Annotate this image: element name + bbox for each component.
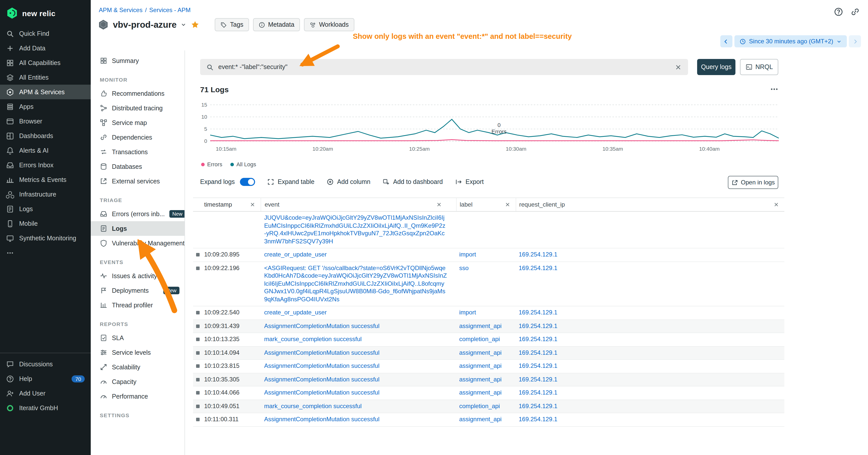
sidebar-item-browser[interactable]: Browser: [0, 114, 91, 129]
sidebar-item-metrics-events[interactable]: Metrics & Events: [0, 172, 91, 187]
row-handle-icon[interactable]: [196, 378, 199, 381]
ip-link[interactable]: 169.254.129.1: [519, 309, 558, 316]
label-link[interactable]: import: [459, 251, 476, 258]
subnav-item-external-services[interactable]: External services: [91, 174, 185, 189]
subnav-item-thread-profiler[interactable]: Thread profiler: [91, 298, 185, 313]
table-row[interactable]: 10:10:23.815AssignmentCompletionMutation…: [193, 360, 784, 373]
sidebar-item-add-data[interactable]: Add Data: [0, 41, 91, 56]
legend-errors[interactable]: Errors: [201, 161, 222, 167]
col-header-event[interactable]: event: [260, 198, 456, 211]
help-circle-icon[interactable]: [834, 7, 843, 17]
sidebar-item-all-capabilities[interactable]: All Capabilities: [0, 56, 91, 70]
sidebar-item-mobile[interactable]: Mobile: [0, 216, 91, 231]
clear-search-icon[interactable]: [675, 63, 682, 71]
time-range-button[interactable]: Since 30 minutes ago (GMT+2): [735, 35, 847, 47]
sidebar-item-quick-find[interactable]: Quick Find: [0, 26, 91, 41]
label-link[interactable]: completion_api: [459, 335, 500, 343]
legend-all-logs[interactable]: All Logs: [230, 161, 256, 167]
event-link[interactable]: mark_course_completion successful: [264, 335, 362, 343]
sidebar-item-errors-inbox[interactable]: Errors Inbox: [0, 158, 91, 172]
event-link[interactable]: AssignmentCompletionMutation successful: [264, 416, 379, 423]
event-link[interactable]: mark_course_completion successful: [264, 402, 362, 410]
ip-link[interactable]: 169.254.129.1: [519, 335, 558, 343]
col-header-label[interactable]: label: [456, 198, 516, 211]
event-link[interactable]: AssignmentCompletionMutation successful: [264, 322, 379, 329]
sidebar-item-dashboards[interactable]: Dashboards: [0, 129, 91, 143]
row-handle-icon[interactable]: [196, 311, 199, 315]
sidebar-item-add-user[interactable]: Add User: [0, 386, 91, 400]
export-button[interactable]: Export: [455, 178, 484, 186]
ip-link[interactable]: 169.254.129.1: [519, 349, 558, 356]
table-row[interactable]: 10:10:49.051mark_course_completion succe…: [193, 400, 784, 413]
breadcrumb-link-services-apm[interactable]: Services - APM: [149, 6, 190, 13]
sidebar-item-synthetic-monitoring[interactable]: Synthetic Monitoring: [0, 231, 91, 246]
row-handle-icon[interactable]: [196, 391, 199, 394]
subnav-item-transactions[interactable]: Transactions: [91, 144, 185, 159]
favorite-star-icon[interactable]: [191, 20, 200, 29]
event-link[interactable]: AssignmentCompletionMutation successful: [264, 349, 379, 356]
log-query-input[interactable]: [218, 64, 670, 70]
row-handle-icon[interactable]: [196, 418, 199, 421]
time-back-button[interactable]: [720, 35, 733, 47]
ip-link[interactable]: 169.254.129.1: [519, 251, 558, 258]
sidebar-item-all-entities[interactable]: All Entities: [0, 70, 91, 85]
sidebar-item-discussions[interactable]: Discussions: [0, 357, 91, 371]
subnav-item-issues-activity[interactable]: Issues & activity: [91, 268, 185, 283]
nrql-button[interactable]: NRQL: [740, 59, 778, 75]
subnav-item-vulnerability-management[interactable]: Vulnerability Management: [91, 236, 185, 251]
row-handle-icon[interactable]: [196, 337, 199, 341]
open-in-logs-button[interactable]: Open in logs: [728, 176, 778, 189]
subnav-item-capacity[interactable]: Capacity: [91, 375, 185, 389]
sidebar-item-more[interactable]: [0, 246, 91, 260]
label-link[interactable]: assignment_api: [459, 322, 501, 329]
label-link[interactable]: assignment_api: [459, 376, 501, 383]
metadata-button[interactable]: Metadata: [253, 18, 300, 31]
tags-button[interactable]: Tags: [215, 18, 249, 31]
ip-link[interactable]: 169.254.129.1: [519, 416, 558, 423]
brand-logo[interactable]: new relic: [0, 0, 91, 26]
table-row[interactable]: 10:10:35.305AssignmentCompletionMutation…: [193, 373, 784, 387]
ip-link[interactable]: 169.254.129.1: [519, 322, 558, 329]
table-row[interactable]: 10:09:22.196<ASGIRequest: GET '/sso/call…: [193, 262, 784, 306]
label-link[interactable]: import: [459, 309, 476, 316]
ip-link[interactable]: 169.254.129.1: [519, 389, 558, 396]
ip-link[interactable]: 169.254.129.1: [519, 376, 558, 383]
label-link[interactable]: assignment_api: [459, 416, 501, 423]
row-handle-icon[interactable]: [196, 364, 199, 368]
table-row[interactable]: 10:09:31.439AssignmentCompletionMutation…: [193, 320, 784, 333]
ip-link[interactable]: 169.254.129.1: [519, 264, 558, 271]
sidebar-item-apps[interactable]: Apps: [0, 99, 91, 114]
table-row[interactable]: 10:09:20.895create_or_update_userimport1…: [193, 249, 784, 262]
subnav-item-databases[interactable]: Databases: [91, 159, 185, 174]
time-forward-button[interactable]: [849, 35, 861, 47]
table-row[interactable]: 10:10:44.066AssignmentCompletionMutation…: [193, 387, 784, 400]
table-row[interactable]: 10:09:22.540create_or_update_userimport1…: [193, 306, 784, 320]
row-handle-icon[interactable]: [196, 266, 199, 270]
subnav-item-logs[interactable]: Logs: [91, 221, 185, 236]
subnav-item-distributed-tracing[interactable]: Distributed tracing: [91, 101, 185, 116]
subnav-item-summary[interactable]: Summary: [91, 54, 185, 68]
add-column-button[interactable]: Add column: [327, 178, 371, 186]
subnav-item-recommendations[interactable]: Recommendations: [91, 86, 185, 101]
sidebar-item-infrastructure[interactable]: Infrastructure: [0, 187, 91, 201]
col-header-timestamp[interactable]: timestamp: [204, 201, 260, 208]
expand-table-button[interactable]: Expand table: [267, 178, 314, 186]
subnav-item-dependencies[interactable]: Dependencies: [91, 130, 185, 144]
table-row[interactable]: 10:10:14.094AssignmentCompletionMutation…: [193, 347, 784, 360]
label-link[interactable]: completion_api: [459, 402, 500, 410]
event-link[interactable]: AssignmentCompletionMutation successful: [264, 376, 379, 383]
sidebar-item-apm-services[interactable]: APM & Services: [0, 85, 91, 99]
add-to-dashboard-button[interactable]: Add to dashboard: [382, 178, 443, 186]
ip-link[interactable]: 169.254.129.1: [519, 362, 558, 369]
more-menu-icon[interactable]: [770, 85, 779, 94]
row-handle-icon[interactable]: [196, 351, 199, 355]
sidebar-item-logs[interactable]: Logs: [0, 201, 91, 216]
label-link[interactable]: assignment_api: [459, 349, 501, 356]
ip-link[interactable]: 169.254.129.1: [519, 402, 558, 410]
expand-logs-toggle[interactable]: [240, 178, 255, 186]
breadcrumb-link-apm-services[interactable]: APM & Services: [99, 6, 143, 13]
remove-column-icon[interactable]: [436, 201, 442, 207]
subnav-item-errors-errors-inb[interactable]: Errors (errors inb...New: [91, 206, 185, 221]
subnav-item-deployments[interactable]: DeploymentsNew: [91, 283, 185, 298]
row-handle-icon[interactable]: [196, 404, 199, 408]
